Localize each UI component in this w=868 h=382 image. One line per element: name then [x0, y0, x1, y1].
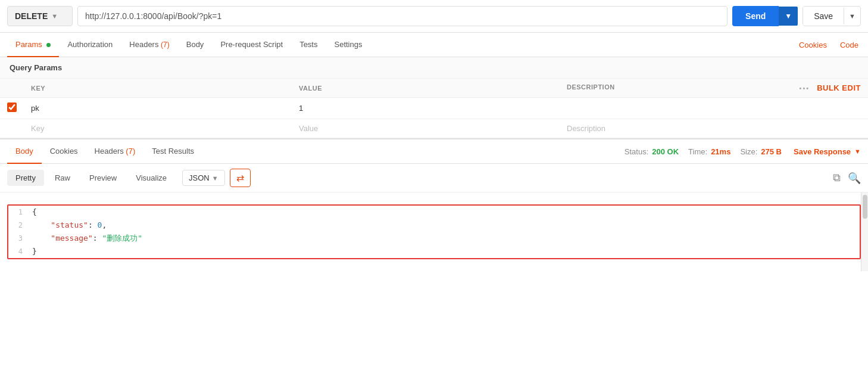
request-tabs-row: Params Authorization Headers (7) Body Pr… — [0, 33, 868, 57]
tab-headers-label: Headers (7) — [129, 40, 169, 49]
line-number-1: 1 — [8, 206, 32, 218]
headers-badge: (7) — [161, 41, 170, 49]
line-number-2: 2 — [8, 219, 32, 231]
response-headers-badge: (7) — [126, 147, 135, 156]
response-tab-headers[interactable]: Headers (7) — [86, 139, 144, 164]
response-tab-cookies[interactable]: Cookies — [42, 139, 86, 164]
wrap-button[interactable]: ⇄ — [230, 169, 251, 187]
tabs-right-group: Cookies Code — [797, 33, 861, 57]
format-bar-right: ⧉ 🔍 — [833, 172, 861, 185]
row-value-value: 1 — [299, 104, 303, 113]
tab-tests[interactable]: Tests — [291, 33, 326, 57]
col-check — [0, 79, 24, 98]
method-label: DELETE — [15, 11, 48, 21]
search-icon[interactable]: 🔍 — [848, 172, 861, 185]
tab-prerequest-label: Pre-request Script — [220, 40, 283, 49]
send-button[interactable]: Send — [732, 6, 779, 26]
save-response-arrow-icon[interactable]: ▼ — [854, 148, 861, 155]
format-bar: Pretty Raw Preview Visualize JSON ▼ ⇄ ⧉ … — [0, 164, 868, 192]
table-options-icon[interactable]: ••• — [800, 85, 810, 92]
size-label: Size: — [740, 147, 757, 156]
code-line-3: 3 "message": "删除成功" — [8, 232, 860, 245]
format-preview-label: Preview — [89, 173, 117, 182]
params-table: KEY VALUE DESCRIPTION ••• Bulk Edit pk 1 — [0, 79, 868, 138]
line-content-2: "status": 0, — [32, 219, 860, 232]
row-key-value: pk — [31, 104, 39, 113]
row-checkbox-cell — [0, 98, 24, 119]
json-key-message: "message" — [51, 234, 92, 243]
col-key: KEY — [24, 79, 292, 98]
response-meta: Status: 200 OK Time: 21ms Size: 275 B Sa… — [625, 147, 861, 156]
format-pretty-label: Pretty — [15, 173, 36, 182]
row-checkbox[interactable] — [7, 103, 17, 112]
tab-link-code[interactable]: Code — [838, 33, 861, 57]
vertical-scrollbar[interactable] — [861, 192, 868, 271]
url-input[interactable] — [77, 6, 728, 26]
empty-row-value[interactable]: Value — [292, 119, 560, 138]
format-type-label: JSON — [189, 173, 210, 182]
format-tab-visualize[interactable]: Visualize — [127, 170, 175, 186]
tab-authorization[interactable]: Authorization — [59, 33, 121, 57]
copy-icon[interactable]: ⧉ — [833, 172, 841, 184]
tab-body-label: Body — [186, 40, 204, 49]
col-value: VALUE — [292, 79, 560, 98]
row-desc-cell — [560, 98, 868, 119]
line-content-3: "message": "删除成功" — [32, 232, 860, 245]
response-tab-body-label: Body — [15, 147, 33, 156]
empty-row-key[interactable]: Key — [24, 119, 292, 138]
save-response-button[interactable]: Save Response — [794, 147, 851, 156]
method-selector[interactable]: DELETE ▼ — [7, 6, 73, 26]
format-tab-pretty[interactable]: Pretty — [7, 170, 44, 186]
send-dropdown-button[interactable]: ▼ — [779, 7, 798, 26]
response-tabs-row: Body Cookies Headers (7) Test Results St… — [0, 139, 868, 164]
format-type-dropdown[interactable]: JSON ▼ — [182, 170, 225, 186]
code-line-4: 4 } — [8, 245, 860, 258]
tab-settings[interactable]: Settings — [326, 33, 370, 57]
line-content-4: } — [32, 245, 860, 258]
key-placeholder: Key — [31, 124, 44, 133]
time-value: 21ms — [711, 147, 730, 156]
desc-placeholder: Description — [567, 124, 605, 133]
response-tab-body[interactable]: Body — [7, 139, 42, 164]
json-val-message: "删除成功" — [102, 234, 142, 243]
json-key-status: "status" — [51, 220, 88, 229]
row-value-cell: 1 — [292, 98, 560, 119]
response-body-code: 1 { 2 "status": 0, 3 "message": "删除成功" — [0, 192, 868, 271]
time-label: Time: — [688, 147, 707, 156]
empty-row-desc[interactable]: Description — [560, 119, 868, 138]
save-dropdown-button[interactable]: ▼ — [844, 8, 860, 24]
code-area-container: 1 { 2 "status": 0, 3 "message": "删除成功" — [0, 192, 868, 271]
save-button[interactable]: Save — [803, 7, 844, 26]
code-line-1: 1 { — [8, 206, 860, 219]
format-dropdown-chevron-icon: ▼ — [212, 175, 218, 182]
params-dot-icon — [46, 43, 51, 47]
format-tab-raw[interactable]: Raw — [46, 170, 79, 186]
tab-tests-label: Tests — [299, 40, 317, 49]
tab-body[interactable]: Body — [178, 33, 213, 57]
query-params-title: Query Params — [10, 63, 62, 72]
line-number-4: 4 — [8, 246, 32, 257]
response-tab-test-results[interactable]: Test Results — [143, 139, 202, 164]
response-tab-headers-label: Headers (7) — [95, 147, 136, 156]
response-tab-test-results-label: Test Results — [152, 147, 194, 156]
bulk-edit-button[interactable]: Bulk Edit — [817, 83, 861, 92]
tab-settings-label: Settings — [334, 40, 362, 49]
table-empty-row: Key Value Description — [0, 119, 868, 138]
tab-headers[interactable]: Headers (7) — [121, 33, 177, 57]
response-highlighted-block: 1 { 2 "status": 0, 3 "message": "删除成功" — [7, 204, 861, 259]
tab-link-cookies[interactable]: Cookies — [797, 33, 829, 57]
query-params-header: Query Params — [0, 57, 868, 79]
response-section: Body Cookies Headers (7) Test Results St… — [0, 138, 868, 271]
format-tab-preview[interactable]: Preview — [81, 170, 125, 186]
response-tab-cookies-label: Cookies — [50, 147, 78, 156]
code-line-2: 2 "status": 0, — [8, 219, 860, 232]
save-button-group: Save ▼ — [803, 6, 861, 26]
tab-params[interactable]: Params — [7, 33, 59, 57]
table-row: pk 1 — [0, 98, 868, 119]
top-bar: DELETE ▼ Send ▼ Save ▼ — [0, 0, 868, 33]
format-raw-label: Raw — [55, 173, 70, 182]
tab-prerequest[interactable]: Pre-request Script — [212, 33, 291, 57]
scrollbar-thumb — [863, 195, 867, 219]
size-value: 275 B — [761, 147, 782, 156]
method-chevron-icon: ▼ — [51, 13, 58, 20]
